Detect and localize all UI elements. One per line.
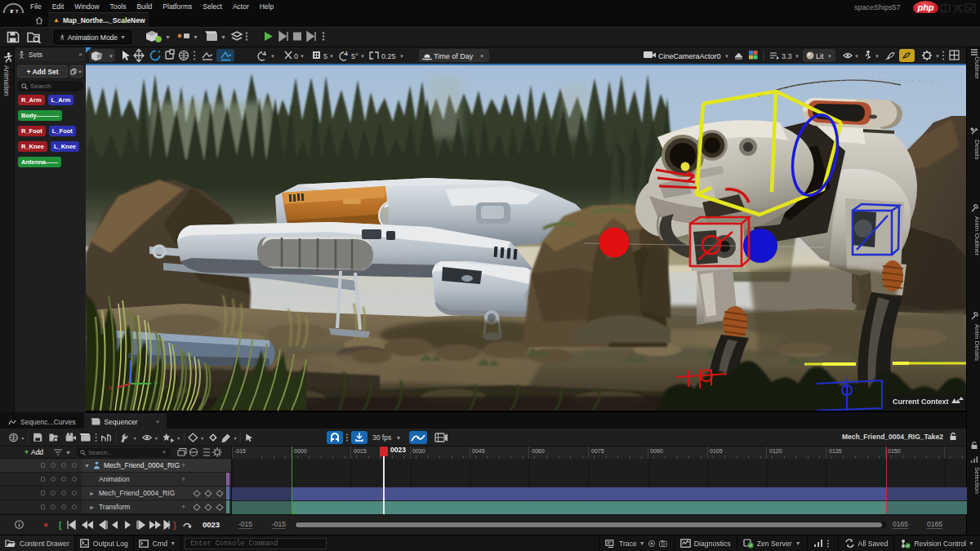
svg-text:▼: ▼: [479, 54, 484, 59]
svg-text:▼: ▼: [109, 54, 114, 59]
svg-text:▼: ▼: [827, 54, 832, 59]
svg-text:▼: ▼: [854, 54, 859, 59]
svg-text:▼: ▼: [233, 435, 237, 440]
svg-text:▼: ▼: [220, 34, 226, 40]
svg-text:▼: ▼: [270, 54, 275, 59]
svg-text:5°: 5°: [351, 52, 359, 60]
svg-text:0.25: 0.25: [381, 52, 396, 60]
svg-text:▼: ▼: [935, 54, 940, 59]
svg-text:Y: Y: [154, 380, 158, 388]
svg-text:▼: ▼: [399, 54, 404, 59]
svg-text:▼: ▼: [360, 54, 365, 59]
svg-text:Time of Day: Time of Day: [434, 52, 474, 60]
svg-text:▼: ▼: [193, 34, 198, 40]
svg-text:CineCameraActor0: CineCameraActor0: [658, 52, 721, 60]
svg-text:Z: Z: [127, 352, 131, 359]
svg-text:▼: ▼: [176, 435, 180, 440]
svg-text:▼: ▼: [20, 435, 24, 440]
svg-text:Current Context: Current Context: [893, 398, 949, 406]
svg-text:▼: ▼: [875, 54, 880, 59]
svg-text:▼: ▼: [165, 34, 171, 40]
svg-text:▼: ▼: [154, 435, 158, 440]
svg-text:▼: ▼: [724, 54, 729, 59]
svg-text:Lit: Lit: [816, 52, 824, 60]
svg-text:0: 0: [294, 52, 298, 60]
svg-text:▼: ▼: [329, 54, 334, 59]
svg-text:▼: ▼: [795, 54, 800, 59]
svg-text:5: 5: [323, 52, 327, 60]
svg-text:▼: ▼: [200, 435, 204, 440]
svg-text:3.3: 3.3: [782, 52, 792, 60]
svg-text:▼: ▼: [300, 54, 305, 59]
svg-text:▼: ▼: [132, 435, 136, 440]
svg-text:X: X: [109, 384, 114, 392]
